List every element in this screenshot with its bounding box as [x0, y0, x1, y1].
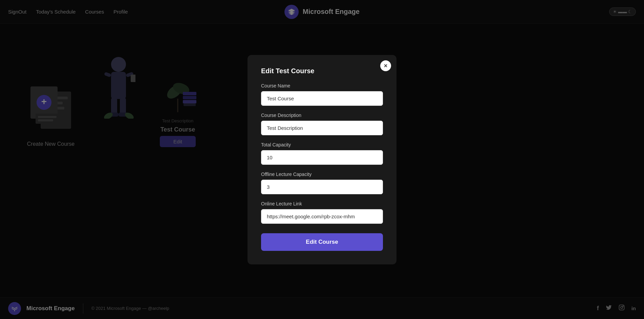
course-description-label: Course Description [261, 113, 383, 118]
course-name-label: Course Name [261, 83, 383, 88]
offline-capacity-input[interactable] [261, 180, 383, 194]
online-link-group: Online Lecture Link [261, 201, 383, 224]
total-capacity-label: Total Capacity [261, 142, 383, 147]
offline-capacity-group: Offline Lecture Capacity [261, 172, 383, 194]
edit-course-modal: × Edit Test Course Course Name Course De… [248, 55, 396, 264]
total-capacity-group: Total Capacity [261, 142, 383, 165]
offline-capacity-label: Offline Lecture Capacity [261, 172, 383, 177]
edit-course-submit-button[interactable]: Edit Course [261, 233, 383, 251]
modal-close-button[interactable]: × [380, 60, 391, 71]
course-description-input[interactable] [261, 121, 383, 135]
online-link-label: Online Lecture Link [261, 201, 383, 206]
total-capacity-input[interactable] [261, 150, 383, 165]
course-name-input[interactable] [261, 91, 383, 106]
online-link-input[interactable] [261, 209, 383, 224]
course-name-group: Course Name [261, 83, 383, 106]
course-description-group: Course Description [261, 113, 383, 135]
modal-overlay: × Edit Test Course Course Name Course De… [0, 0, 644, 319]
modal-title: Edit Test Course [261, 67, 383, 75]
